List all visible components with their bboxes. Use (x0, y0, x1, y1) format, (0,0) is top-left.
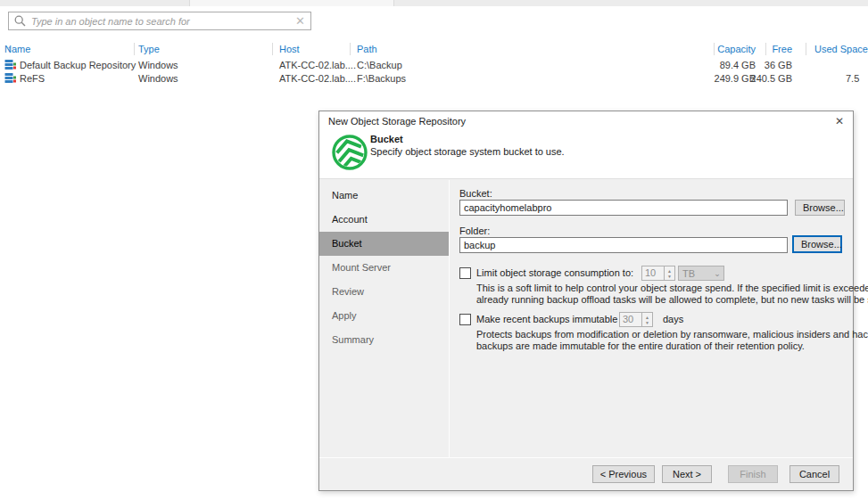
bucket-input[interactable] (459, 200, 788, 216)
search-icon (14, 15, 26, 27)
dialog-banner: Bucket Specify object storage system buc… (319, 131, 853, 179)
step-item-name[interactable]: Name (319, 184, 449, 208)
spinner-arrows[interactable]: ▲▼ (664, 266, 674, 280)
column-header-used-space[interactable]: Used Space (814, 44, 868, 54)
dialog-footer: < Previous Next > Finish Cancel (319, 457, 853, 490)
spin-down-icon[interactable]: ▼ (645, 320, 649, 325)
folder-field-label: Folder: (459, 225, 490, 236)
bucket-browse-button[interactable]: Browse... (795, 200, 845, 216)
repository-used-space: 7.5 (846, 73, 859, 84)
column-divider (134, 43, 135, 55)
column-header-host[interactable]: Host (279, 44, 300, 54)
wizard-steps-sidebar: Name Account Bucket Mount Server Review … (319, 180, 450, 457)
repository-capacity: 89.4 GB (669, 60, 756, 70)
repository-name: Default Backup Repository (20, 60, 136, 70)
limit-help-text-line1: This is a soft limit to help control you… (476, 283, 868, 293)
column-header-type[interactable]: Type (138, 44, 160, 54)
repository-path: C:\Backup (357, 60, 402, 70)
dialog-body: Name Account Bucket Mount Server Review … (319, 180, 853, 457)
folder-browse-button[interactable]: Browse... (792, 235, 842, 253)
immutable-days-unit-label: days (663, 314, 683, 324)
step-item-review[interactable]: Review (319, 280, 449, 304)
step-item-mount-server[interactable]: Mount Server (319, 256, 449, 280)
repository-free: 240.5 GB (748, 73, 792, 84)
column-divider (350, 43, 351, 55)
search-input[interactable] (31, 16, 295, 27)
immutable-label[interactable]: Make recent backups immutable for: (476, 314, 634, 324)
new-object-storage-repository-dialog: New Object Storage Repository ✕ Bucket S… (318, 111, 854, 491)
limit-unit-value: TB (679, 268, 711, 279)
finish-button[interactable]: Finish (728, 465, 778, 483)
sort-ascending-icon: ↑ (7, 44, 12, 53)
column-divider (272, 43, 273, 55)
limit-consumption-label[interactable]: Limit object storage consumption to: (476, 267, 633, 278)
column-header-path[interactable]: Path (357, 44, 377, 54)
repository-name: ReFS (20, 73, 45, 84)
step-subtitle: Specify object storage system bucket to … (370, 146, 565, 157)
limit-consumption-checkbox[interactable] (459, 267, 471, 279)
column-divider (806, 43, 806, 55)
next-button[interactable]: Next > (662, 465, 712, 483)
step-title: Bucket (370, 134, 403, 144)
column-divider (714, 43, 715, 55)
limit-unit-dropdown[interactable]: TB ⌄ (678, 266, 724, 281)
spinner-arrows[interactable]: ▲▼ (641, 313, 652, 326)
repository-path: F:\Backups (357, 73, 406, 84)
close-icon[interactable]: ✕ (832, 115, 847, 128)
repository-type: Windows (138, 73, 178, 84)
ribbon-tab-sliver (189, 0, 394, 6)
ribbon-bottom-strip (0, 0, 868, 6)
step-item-apply[interactable]: Apply (319, 304, 449, 328)
immutable-days-spinner[interactable]: 30 ▲▼ (619, 312, 653, 327)
wasabi-logo-icon (332, 135, 368, 170)
search-box[interactable]: ✕ (8, 12, 311, 30)
repository-table-header: Name↑ Type Host Path Capacity Free Used … (0, 44, 868, 56)
limit-amount-spinner[interactable]: 10 ▲▼ (641, 266, 675, 281)
repository-host: ATK-CC-02.lab.... (279, 60, 356, 70)
folder-input[interactable] (459, 237, 788, 253)
spin-down-icon[interactable]: ▼ (667, 274, 672, 279)
repository-free: 36 GB (748, 60, 792, 70)
wizard-step-content: Bucket: Browse... Folder: Browse... Limi… (451, 180, 853, 457)
previous-button[interactable]: < Previous (592, 465, 655, 483)
immutable-checkbox[interactable] (459, 314, 471, 325)
step-item-bucket[interactable]: Bucket (319, 232, 449, 256)
repository-icon (4, 72, 16, 86)
column-header-capacity[interactable]: Capacity (669, 44, 756, 54)
clear-search-icon[interactable]: ✕ (295, 15, 305, 27)
cancel-button[interactable]: Cancel (789, 465, 839, 483)
repository-host: ATK-CC-02.lab.... (279, 73, 356, 84)
immutable-days-value: 30 (620, 313, 641, 326)
dialog-titlebar[interactable]: New Object Storage Repository (319, 111, 853, 131)
table-row[interactable]: Default Backup Repository Windows ATK-CC… (0, 59, 868, 72)
repository-type: Windows (138, 60, 178, 70)
column-divider (765, 43, 766, 55)
limit-amount-value: 10 (642, 266, 664, 280)
repository-capacity: 249.9 GB (669, 73, 756, 84)
table-row[interactable]: ReFS Windows ATK-CC-02.lab.... F:\Backup… (0, 72, 868, 86)
immutable-help-text-line2: backups are made immutable for the entir… (476, 340, 805, 351)
chevron-down-icon: ⌄ (711, 269, 723, 278)
bucket-field-label: Bucket: (459, 188, 492, 199)
step-item-account[interactable]: Account (319, 208, 449, 232)
limit-help-text-line2: already running backup offload tasks wil… (476, 294, 868, 305)
dialog-title: New Object Storage Repository (328, 116, 466, 127)
step-item-summary[interactable]: Summary (319, 328, 449, 352)
repository-icon (4, 59, 16, 72)
immutable-help-text-line1: Protects backups from modification or de… (476, 329, 868, 340)
